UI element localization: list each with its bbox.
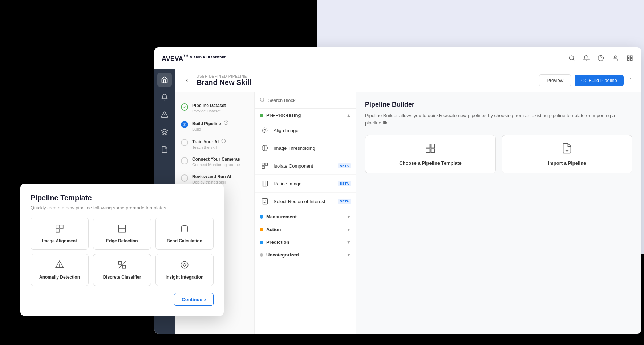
header-actions: Preview Build Pipeline ⋮ [539,74,634,86]
svg-point-40 [59,267,60,267]
bell-icon[interactable] [582,54,590,62]
block-item-align[interactable]: Align Image [255,122,356,139]
modal-subtitle: Quickly create a new pipeline following … [31,205,214,210]
step-content-review: Review and Run AI Deploy trained skill [192,174,231,184]
sidebar-item-file[interactable] [157,142,172,157]
category-uncategorized[interactable]: Uncategorized ▼ [255,249,356,261]
block-item-threshold[interactable]: Image Thresholding [255,139,356,157]
chevron-action: ▼ [347,227,351,232]
template-item-insight-integration[interactable]: Insight Integration [155,254,214,286]
template-icon-image-alignment [55,224,64,235]
builder-cards: Choose a Pipeline Template Import a Pipe… [365,135,632,173]
svg-rect-31 [431,149,435,153]
svg-rect-28 [426,144,430,148]
builder-description: Pipeline Builder allows you to quickly c… [365,112,632,126]
step-subtitle-cameras: Connect Monitoring source [192,163,240,167]
help-icon[interactable] [597,54,605,62]
step-item-dataset[interactable]: ✓ Pipeline Dataset Provide Dataset [175,99,254,117]
sidebar-item-layers[interactable] [157,125,172,139]
category-label-uncategorized: Uncategorized [266,252,347,258]
template-icon-edge-detection [117,224,127,235]
template-item-discrete-classifier[interactable]: Discrete Classifier [93,254,151,286]
search-icon[interactable] [568,54,576,62]
builder-panel: Pipeline Builder Pipeline Builder allows… [356,92,641,334]
account-icon[interactable] [611,54,619,62]
svg-line-43 [118,261,126,268]
top-nav: AVEVA™ Vision AI Assistant [154,47,641,69]
preview-button[interactable]: Preview [539,74,571,86]
block-name-align: Align Image [274,128,351,133]
template-icon-bend-calculation [180,224,189,235]
svg-rect-22 [262,166,265,169]
block-name-roi: Select Region of Interest [274,199,334,204]
svg-marker-10 [162,129,168,132]
import-pipeline-label: Import a Pipeline [548,160,586,166]
step-item-build[interactable]: 2 Build Pipeline Build — [175,117,254,135]
sub-header: USER DEFINED PIPELINE Brand New Skill Pr… [175,69,641,92]
step-title-build: Build Pipeline [192,120,228,126]
category-label-action: Action [266,227,347,232]
sidebar-item-home[interactable] [157,73,172,87]
app-title: AVEVA™ Vision AI Assistant [162,53,568,63]
block-item-refine[interactable]: Refine Image BETA [255,175,356,193]
step-dot-cameras [181,157,188,164]
step-title-dataset: Pipeline Dataset [192,103,226,108]
choose-template-card[interactable]: Choose a Pipeline Template [365,135,496,173]
svg-point-44 [181,261,188,268]
import-pipeline-icon [561,143,573,157]
import-pipeline-card[interactable]: Import a Pipeline [502,135,632,173]
beta-badge-roi: BETA [338,199,351,204]
builder-title: Pipeline Builder [365,101,632,108]
refine-icon [260,178,270,189]
step-item-cameras[interactable]: Connect Your Cameras Connect Monitoring … [175,153,254,171]
blocks-list: Pre-Processing ▲ Align Image [255,109,356,334]
sidebar-item-bell[interactable] [157,90,172,104]
category-label-preprocessing: Pre-Processing [266,112,347,118]
category-label-prediction: Prediction [266,239,347,245]
block-name-isolate: Isolate Component [274,163,334,169]
block-item-roi[interactable]: Select Region of Interest BETA [255,193,356,210]
step-title-train: Train Your AI [192,139,226,144]
block-item-isolate[interactable]: Isolate Component BETA [255,157,356,175]
template-item-anomaly-detection[interactable]: Anomally Detection [31,254,89,286]
choose-template-icon [425,143,436,157]
sidebar-item-warning[interactable] [157,107,172,122]
continue-arrow: › [204,297,206,302]
category-action[interactable]: Action ▼ [255,223,356,236]
category-prediction[interactable]: Prediction ▼ [255,236,356,249]
build-pipeline-button[interactable]: Build Pipeline [575,75,624,86]
grid-icon[interactable] [626,54,634,62]
template-item-image-alignment[interactable]: Image Alignment [31,218,89,250]
template-label-anomaly-detection: Anomally Detection [39,275,80,280]
svg-point-16 [260,98,264,101]
content-area: USER DEFINED PIPELINE Brand New Skill Pr… [175,69,641,334]
svg-point-0 [569,56,574,60]
modal-overlay: Pipeline Template Quickly create a new p… [20,184,224,316]
template-item-bend-calculation[interactable]: Bend Calculation [155,218,214,250]
continue-button[interactable]: Continue › [174,293,214,306]
continue-label: Continue [182,297,202,302]
category-measurement[interactable]: Measurement ▼ [255,210,356,223]
pipeline-type-label: USER DEFINED PIPELINE [197,74,535,78]
beta-badge-isolate: BETA [338,163,351,168]
step-num-build: 2 [181,121,188,128]
template-icon-anomaly-detection [55,260,64,272]
category-preprocessing[interactable]: Pre-Processing ▲ [255,109,356,122]
template-label-discrete-classifier: Discrete Classifier [103,275,141,280]
step-check-icon: ✓ [181,103,188,111]
template-item-edge-detection[interactable]: Edge Detection [93,218,151,250]
step-content-build: Build Pipeline Build — [192,120,228,131]
block-name-refine: Refine Image [274,181,334,186]
step-item-train[interactable]: Train Your AI Teach the skill [175,135,254,153]
search-input[interactable] [268,98,351,103]
pipeline-template-modal: Pipeline Template Quickly create a new p… [20,184,224,316]
app-body: USER DEFINED PIPELINE Brand New Skill Pr… [154,69,641,334]
svg-rect-23 [262,181,268,186]
choose-template-label: Choose a Pipeline Template [399,160,462,166]
step-subtitle-train: Teach the skill [192,145,226,149]
back-button[interactable] [182,75,192,86]
chevron-prediction: ▼ [347,240,351,245]
breadcrumb-info: USER DEFINED PIPELINE Brand New Skill [197,74,535,87]
modal-footer: Continue › [31,293,214,306]
more-options-icon[interactable]: ⋮ [627,77,634,85]
